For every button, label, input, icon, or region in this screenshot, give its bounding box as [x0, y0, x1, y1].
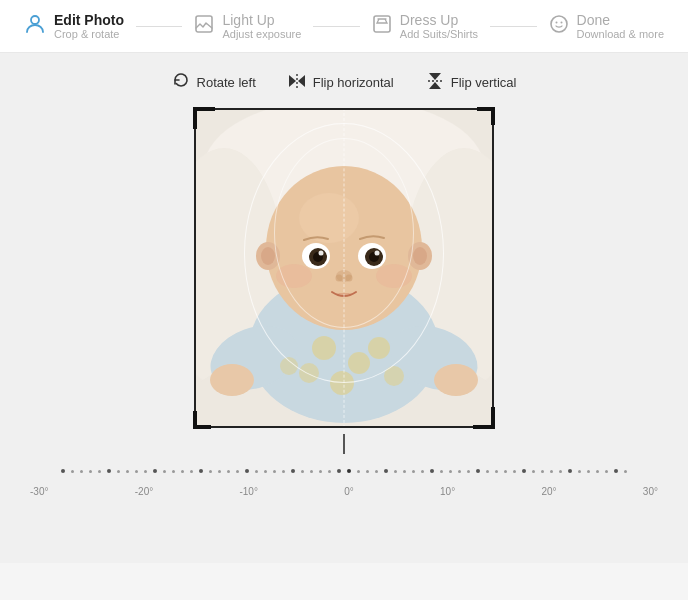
svg-point-46: [346, 275, 353, 282]
divider-1: [136, 26, 182, 27]
flip-v-icon: [426, 72, 444, 93]
smiley-icon: [549, 14, 569, 39]
edit-toolbar: Rotate left Flip horizontal Flip verti: [172, 53, 517, 108]
ruler-track[interactable]: [10, 456, 678, 486]
dress-up-title: Dress Up: [400, 12, 478, 28]
light-up-title: Light Up: [222, 12, 301, 28]
done-content: Done Download & more: [577, 12, 664, 40]
flip-h-icon: [288, 72, 306, 93]
svg-point-0: [31, 16, 39, 24]
rotate-left-button[interactable]: Rotate left: [172, 71, 256, 94]
done-subtitle: Download & more: [577, 28, 664, 40]
flip-vertical-button[interactable]: Flip vertical: [426, 72, 517, 93]
top-navigation: Edit Photo Crop & rotate Light Up Adjust…: [0, 0, 688, 53]
rotation-handle[interactable]: [343, 434, 345, 454]
flip-h-label: Flip horizontal: [313, 75, 394, 90]
nav-step-done[interactable]: Done Download & more: [549, 12, 664, 40]
ruler-label-n20: -20°: [135, 486, 153, 497]
image-icon: [194, 14, 214, 39]
svg-point-20: [312, 336, 336, 360]
ruler-label-0: 0°: [344, 486, 354, 497]
svg-point-22: [330, 371, 354, 395]
svg-point-45: [336, 275, 343, 282]
svg-point-35: [413, 247, 427, 265]
svg-point-47: [276, 264, 312, 288]
nav-step-dress-up[interactable]: Dress Up Add Suits/Shirts: [372, 12, 478, 40]
dress-up-subtitle: Add Suits/Shirts: [400, 28, 478, 40]
edit-photo-subtitle: Crop & rotate: [54, 28, 124, 40]
dress-up-content: Dress Up Add Suits/Shirts: [400, 12, 478, 40]
svg-point-48: [376, 264, 412, 288]
svg-point-5: [560, 21, 562, 23]
nav-step-light-up[interactable]: Light Up Adjust exposure: [194, 12, 301, 40]
svg-marker-7: [298, 75, 305, 87]
svg-rect-1: [196, 16, 212, 32]
svg-point-21: [348, 352, 370, 374]
svg-point-27: [210, 364, 254, 396]
flip-horizontal-button[interactable]: Flip horizontal: [288, 72, 394, 93]
svg-marker-10: [429, 82, 441, 89]
edit-photo-content: Edit Photo Crop & rotate: [54, 12, 124, 40]
svg-point-34: [261, 247, 275, 265]
svg-point-43: [375, 251, 380, 256]
svg-point-25: [384, 366, 404, 386]
svg-point-4: [555, 21, 557, 23]
edit-photo-title: Edit Photo: [54, 12, 124, 28]
nav-step-edit-photo[interactable]: Edit Photo Crop & rotate: [24, 12, 124, 40]
svg-marker-9: [429, 73, 441, 80]
ruler-container: -30° -20° -10° 0° 10° 20° 30°: [0, 456, 688, 497]
rotate-left-label: Rotate left: [197, 75, 256, 90]
photo-canvas: [194, 108, 494, 428]
rotation-handle-container: [343, 434, 345, 454]
svg-point-26: [280, 357, 298, 375]
svg-point-24: [368, 337, 390, 359]
svg-point-31: [299, 193, 359, 243]
ruler-label-n10: -10°: [239, 486, 257, 497]
dress-icon: [372, 14, 392, 39]
svg-point-3: [551, 16, 567, 32]
image-crop-area[interactable]: [194, 108, 494, 428]
divider-2: [313, 26, 359, 27]
svg-marker-6: [289, 75, 296, 87]
light-up-content: Light Up Adjust exposure: [222, 12, 301, 40]
ruler-label-30: 30°: [643, 486, 658, 497]
svg-point-42: [319, 251, 324, 256]
ruler-label-n30: -30°: [30, 486, 48, 497]
rotate-left-icon: [172, 71, 190, 94]
person-icon: [24, 13, 46, 40]
ruler-label-20: 20°: [541, 486, 556, 497]
ruler-label-10: 10°: [440, 486, 455, 497]
flip-v-label: Flip vertical: [451, 75, 517, 90]
svg-point-30: [266, 166, 422, 330]
svg-point-23: [299, 363, 319, 383]
divider-3: [490, 26, 536, 27]
main-content: Rotate left Flip horizontal Flip verti: [0, 53, 688, 563]
light-up-subtitle: Adjust exposure: [222, 28, 301, 40]
svg-point-28: [434, 364, 478, 396]
done-title: Done: [577, 12, 664, 28]
ruler-dots: [10, 469, 678, 473]
ruler-labels: -30° -20° -10° 0° 10° 20° 30°: [10, 486, 678, 497]
